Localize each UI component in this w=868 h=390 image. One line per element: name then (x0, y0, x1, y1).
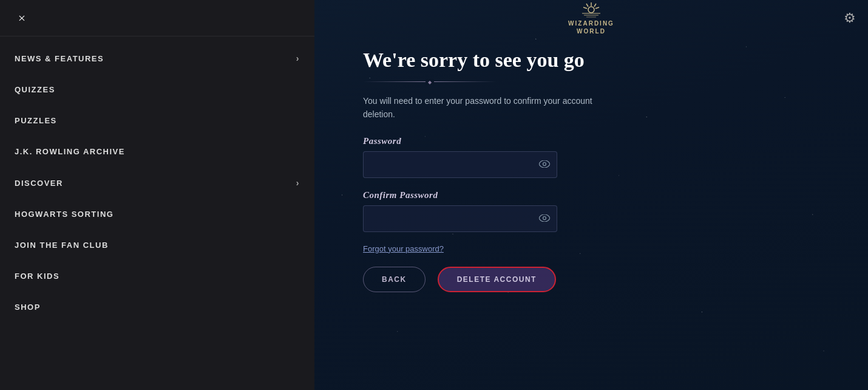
sidebar-item-for-kids[interactable]: FOR KIDS (0, 261, 314, 292)
logo-icon (579, 1, 603, 19)
back-button[interactable]: BACK (363, 267, 426, 292)
settings-button[interactable]: ⚙ (844, 10, 856, 26)
confirm-password-toggle-icon[interactable] (539, 213, 550, 224)
confirm-password-input[interactable] (363, 205, 557, 232)
chevron-icon: › (296, 53, 300, 63)
description-text: You will need to enter your password to … (363, 94, 594, 121)
password-field-wrapper (363, 151, 557, 178)
delete-account-button[interactable]: DELETE ACCOUNT (438, 267, 556, 292)
password-input[interactable] (363, 151, 557, 178)
chevron-icon: › (296, 178, 300, 188)
logo-text: WIZARDING WORLD (568, 19, 614, 35)
svg-point-9 (543, 162, 546, 165)
svg-point-5 (588, 7, 594, 13)
main-content: WIZARDING WORLD ⚙ We're sorry to see you… (314, 0, 868, 390)
sidebar-item-shop[interactable]: SHOP (0, 292, 314, 323)
sidebar-item-label: SHOP (15, 303, 41, 312)
forgot-password-link[interactable]: Forgot your password? (363, 244, 819, 253)
sidebar-item-label: JOIN THE FAN CLUB (15, 241, 109, 250)
password-toggle-icon[interactable] (539, 159, 550, 170)
sidebar-item-discover[interactable]: DISCOVER› (0, 167, 314, 199)
svg-line-1 (594, 4, 596, 7)
sidebar-header: × (0, 0, 314, 36)
page-title: We're sorry to see you go (363, 49, 819, 72)
svg-line-2 (595, 7, 599, 9)
svg-line-4 (583, 7, 587, 9)
sidebar-item-label: PUZZLES (15, 116, 57, 125)
password-label: Password (363, 136, 819, 146)
sidebar-item-label: HOGWARTS SORTING (15, 210, 114, 219)
sidebar-item-puzzles[interactable]: PUZZLES (0, 105, 314, 136)
sidebar-item-quizzes[interactable]: QUIZZES (0, 74, 314, 105)
svg-point-10 (543, 216, 546, 219)
sidebar-item-label: NEWS & FEATURES (15, 54, 104, 63)
sidebar-item-label: FOR KIDS (15, 272, 59, 281)
form-container: We're sorry to see you go You will need … (314, 36, 868, 390)
confirm-password-field-wrapper (363, 205, 557, 232)
sidebar-item-label: QUIZZES (15, 85, 55, 94)
sidebar-navigation: NEWS & FEATURES›QUIZZESPUZZLESJ.K. ROWLI… (0, 36, 314, 329)
close-button[interactable]: × (12, 9, 32, 28)
svg-line-3 (586, 4, 588, 7)
sidebar-item-hogwarts[interactable]: HOGWARTS SORTING (0, 199, 314, 230)
sidebar-item-label: J.K. ROWLING ARCHIVE (15, 147, 125, 156)
sidebar-item-label: DISCOVER (15, 179, 63, 188)
sidebar-item-fan-club[interactable]: JOIN THE FAN CLUB (0, 230, 314, 261)
confirm-password-label: Confirm Password (363, 190, 819, 200)
sidebar-item-jk-archive[interactable]: J.K. ROWLING ARCHIVE (0, 136, 314, 167)
sidebar-item-news-features[interactable]: NEWS & FEATURES› (0, 43, 314, 74)
logo: WIZARDING WORLD (568, 1, 614, 35)
action-buttons: BACK DELETE ACCOUNT (363, 267, 819, 292)
divider (363, 81, 497, 82)
sidebar: × NEWS & FEATURES›QUIZZESPUZZLESJ.K. ROW… (0, 0, 314, 390)
top-bar: WIZARDING WORLD ⚙ (314, 0, 868, 36)
